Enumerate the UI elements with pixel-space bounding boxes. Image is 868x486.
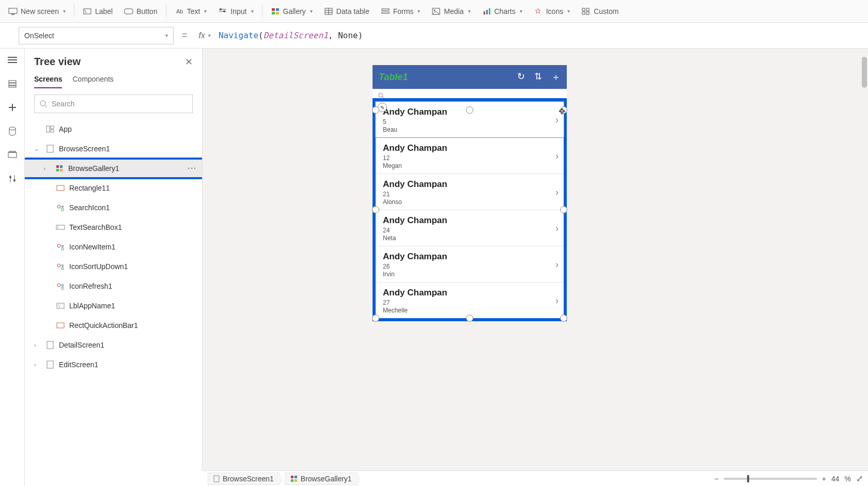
insert-gallery-menu[interactable]: Gallery ▾ — [266, 4, 318, 19]
datatable-label: Data table — [336, 7, 369, 15]
insert-media-menu[interactable]: Media ▾ — [426, 4, 475, 19]
svg-rect-23 — [486, 10, 488, 14]
button-text: Button — [136, 7, 157, 15]
svg-rect-12 — [272, 12, 275, 14]
new-screen-label: New screen — [21, 7, 59, 15]
button-icon — [124, 7, 133, 16]
formula-arg2: None — [338, 30, 358, 40]
text-label: Text — [187, 7, 200, 15]
icons-label: Icons — [546, 7, 563, 15]
charts-label: Charts — [494, 7, 516, 15]
svg-rect-26 — [586, 8, 589, 11]
chevron-down-icon: ▾ — [204, 8, 207, 14]
input-icon — [218, 7, 227, 16]
insert-datatable-button[interactable]: Data table — [319, 4, 375, 19]
property-selector[interactable]: OnSelect ▾ — [19, 27, 174, 44]
chevron-down-icon: ▾ — [567, 8, 570, 14]
divider — [166, 5, 166, 18]
chevron-down-icon: ▾ — [63, 8, 66, 14]
custom-icon — [581, 7, 591, 16]
chevron-down-icon: ▾ — [310, 8, 313, 14]
gallery-icon — [271, 7, 280, 16]
chevron-down-icon: ▾ — [251, 8, 254, 14]
media-label: Media — [444, 7, 463, 15]
input-label: Input — [230, 7, 246, 15]
svg-rect-19 — [382, 12, 389, 13]
formula-arg1: DetailScreen1 — [264, 30, 328, 40]
label-text: Label — [95, 7, 113, 15]
chevron-down-icon: ▾ — [208, 33, 210, 38]
gallery-label: Gallery — [283, 7, 306, 15]
insert-ribbon: New screen ▾ Label Button Abc Text ▾ Inp… — [0, 0, 868, 23]
label-icon — [83, 7, 92, 16]
equals-sign: = — [179, 30, 191, 41]
text-icon: Abc — [175, 7, 184, 16]
chevron-down-icon: ▾ — [165, 33, 168, 38]
icons-icon — [534, 7, 543, 16]
insert-icons-menu[interactable]: Icons ▾ — [529, 4, 575, 19]
insert-forms-menu[interactable]: Forms ▾ — [376, 4, 426, 19]
property-name: OnSelect — [24, 32, 54, 40]
svg-rect-2 — [84, 9, 91, 14]
formula-bar: OnSelect ▾ = fx▾ Navigate(DetailScreen1,… — [0, 23, 868, 49]
screen-icon — [8, 7, 18, 16]
chevron-down-icon: ▾ — [417, 8, 420, 14]
forms-icon — [381, 7, 390, 16]
divider — [74, 5, 74, 18]
fx-button[interactable]: fx▾ — [196, 31, 213, 40]
chevron-down-icon: ▾ — [520, 8, 522, 14]
formula-function: Navigate — [219, 30, 258, 40]
svg-rect-28 — [586, 12, 589, 14]
forms-label: Forms — [393, 7, 414, 15]
svg-line-3 — [85, 10, 86, 13]
chevron-down-icon: ▾ — [468, 8, 471, 14]
new-screen-menu[interactable]: New screen ▾ — [3, 4, 71, 19]
insert-custom-menu[interactable]: Custom — [576, 4, 624, 19]
svg-rect-24 — [489, 8, 490, 14]
svg-rect-27 — [582, 12, 585, 14]
datatable-icon — [324, 7, 333, 16]
insert-charts-menu[interactable]: Charts ▾ — [477, 4, 528, 19]
formula-input[interactable]: Navigate(DetailScreen1, None) — [219, 30, 363, 40]
svg-rect-22 — [484, 11, 485, 14]
insert-button-button[interactable]: Button — [119, 4, 162, 19]
svg-point-9 — [223, 10, 225, 12]
svg-point-8 — [220, 8, 222, 10]
svg-text:Abc: Abc — [176, 8, 183, 14]
insert-input-menu[interactable]: Input ▾ — [213, 4, 258, 19]
svg-rect-13 — [276, 12, 279, 14]
insert-label-button[interactable]: Label — [78, 4, 118, 19]
custom-label: Custom — [594, 7, 618, 15]
svg-rect-0 — [9, 8, 17, 13]
insert-text-menu[interactable]: Abc Text ▾ — [169, 4, 212, 19]
svg-rect-4 — [125, 9, 133, 14]
charts-icon — [482, 7, 491, 16]
svg-rect-11 — [276, 8, 279, 11]
divider — [262, 5, 262, 18]
media-icon — [431, 7, 441, 16]
svg-rect-25 — [582, 8, 585, 11]
svg-rect-1 — [11, 14, 14, 15]
svg-rect-10 — [272, 8, 275, 11]
svg-rect-18 — [382, 9, 389, 10]
svg-point-21 — [434, 9, 436, 11]
